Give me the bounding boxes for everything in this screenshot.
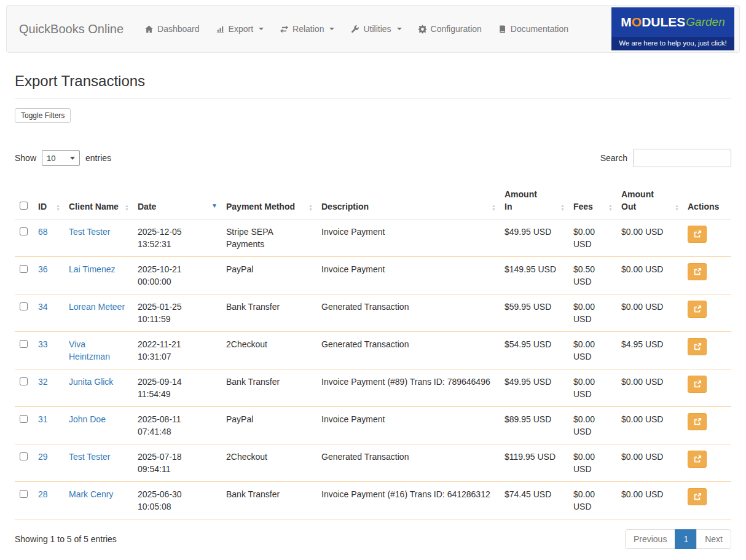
column-header-fees[interactable]: Fees ▲▼ [568, 183, 616, 219]
modulesgarden-wordmark: MODULESGarden [611, 7, 734, 37]
client-name-link[interactable]: Mark Cenry [69, 489, 113, 499]
amount-in-cell: $74.45 USD [500, 482, 568, 519]
export-row-button[interactable] [688, 451, 707, 468]
export-row-button[interactable] [688, 376, 707, 393]
client-name-link[interactable]: Test Tester [69, 452, 110, 462]
column-header-payment-method[interactable]: Payment Method ▲▼ [221, 183, 316, 219]
column-label: ID [38, 202, 47, 211]
column-label: Date [138, 202, 156, 211]
nav-item-export[interactable]: Export [216, 24, 264, 34]
amount-out-cell: $0.00 USD [616, 407, 683, 444]
export-row-button[interactable] [688, 263, 707, 280]
modulesgarden-logo[interactable]: MODULESGarden We are here to help you, j… [611, 7, 734, 50]
logo-tagline: We are here to help you, just click! [611, 37, 734, 50]
row-checkbox[interactable] [20, 452, 28, 460]
export-arrow-icon [693, 305, 702, 314]
row-checkbox[interactable] [20, 265, 28, 273]
column-header-date[interactable]: Date ▼ [133, 183, 221, 219]
client-name-link[interactable]: Lorean Meteer [69, 302, 125, 312]
table-row: 34 Lorean Meteer 2025-01-25 10:11:59 Ban… [15, 294, 731, 332]
row-checkbox[interactable] [20, 415, 28, 423]
table-row: 36 Lai Timenez 2025-10-21 00:00:00 PayPa… [15, 257, 731, 294]
select-all-checkbox[interactable] [20, 202, 28, 210]
payment-method-cell: PayPal [221, 257, 316, 294]
export-arrow-icon [693, 455, 702, 463]
logo-text: M [621, 15, 632, 30]
home-icon [144, 25, 154, 34]
pagination-page-1[interactable]: 1 [675, 529, 697, 549]
description-cell: Invoice Payment (#16) Trans ID: 64128631… [316, 482, 500, 519]
client-name-link[interactable]: Test Tester [69, 227, 110, 237]
date-cell: 2025-01-25 10:11:59 [133, 294, 221, 332]
table-controls: Show 10 entries Search [15, 149, 731, 167]
row-checkbox[interactable] [20, 490, 28, 498]
payment-method-cell: 2Checkout [221, 332, 316, 369]
row-checkbox[interactable] [20, 340, 28, 348]
column-header-amount-in[interactable]: Amount In ▲▼ [500, 183, 568, 219]
client-name-link[interactable]: Lai Timenez [69, 264, 115, 274]
nav-item-relation[interactable]: Relation [280, 24, 334, 34]
transaction-id-link[interactable]: 28 [38, 489, 48, 499]
column-label: Description [321, 202, 369, 211]
row-checkbox[interactable] [20, 377, 28, 385]
amount-in-cell: $54.95 USD [500, 332, 568, 369]
caret-down-icon [397, 28, 402, 30]
nav-item-configuration[interactable]: Configuration [418, 24, 482, 34]
export-arrow-icon [693, 267, 702, 276]
table-row: 33 Viva Heintzman 2022-11-21 10:31:07 2C… [15, 332, 731, 369]
search-input[interactable] [633, 149, 731, 167]
chart-export-icon [216, 25, 225, 34]
page-size-select[interactable]: 10 [42, 150, 80, 166]
export-row-button[interactable] [688, 338, 707, 355]
column-label: Client Name [69, 202, 119, 211]
client-name-link[interactable]: Viva Heintzman [69, 339, 110, 361]
export-row-button[interactable] [688, 413, 707, 430]
export-row-button[interactable] [688, 488, 707, 505]
description-cell: Generated Transaction [316, 332, 500, 369]
transaction-id-link[interactable]: 31 [38, 414, 48, 424]
show-label: Show [15, 153, 36, 163]
main-content: Export Transactions Toggle Filters Show … [0, 73, 746, 549]
transaction-id-link[interactable]: 68 [38, 227, 48, 237]
date-cell: 2025-06-30 10:05:08 [133, 482, 221, 519]
nav-label: Configuration [431, 24, 482, 34]
transaction-id-link[interactable]: 33 [38, 339, 48, 349]
table-footer: Showing 1 to 5 of 5 entries Previous 1 N… [15, 529, 731, 549]
amount-out-cell: $0.00 USD [616, 294, 683, 332]
date-cell: 2022-11-21 10:31:07 [133, 332, 221, 369]
toggle-filters-button[interactable]: Toggle Filters [15, 108, 71, 123]
row-checkbox[interactable] [20, 227, 28, 235]
table-row: 32 Junita Glick 2025-09-14 11:54:49 Bank… [15, 369, 731, 407]
client-name-link[interactable]: Junita Glick [69, 377, 113, 387]
nav-item-dashboard[interactable]: Dashboard [144, 24, 200, 34]
export-row-button[interactable] [688, 301, 707, 318]
transaction-id-link[interactable]: 34 [38, 302, 48, 312]
nav-label: Relation [293, 24, 324, 34]
table-row: 68 Test Tester 2025-12-05 13:52:31 Strip… [15, 219, 731, 257]
column-header-amount-out[interactable]: Amount Out ▲▼ [616, 183, 683, 219]
transaction-id-link[interactable]: 29 [38, 452, 48, 462]
nav-label: Documentation [511, 24, 568, 34]
nav-item-documentation[interactable]: Documentation [498, 24, 568, 34]
transaction-id-link[interactable]: 36 [38, 264, 48, 274]
row-checkbox[interactable] [20, 302, 28, 310]
column-header-client-name[interactable]: Client Name ▲▼ [64, 183, 133, 219]
transaction-id-link[interactable]: 32 [38, 377, 48, 387]
sort-both-icon: ▲▼ [608, 204, 613, 211]
nav-item-utilities[interactable]: Utilities [350, 24, 401, 34]
client-name-link[interactable]: John Doe [69, 414, 106, 424]
column-header-id[interactable]: ID ▲▼ [33, 183, 64, 219]
relation-arrows-icon [280, 25, 289, 34]
amount-in-cell: $89.95 USD [500, 407, 568, 444]
fees-cell: $0.00 USD [568, 482, 616, 519]
transactions-table: ID ▲▼ Client Name ▲▼ Date ▼ Payment Meth… [15, 183, 731, 519]
column-label: Payment Method [226, 202, 295, 211]
pagination-previous[interactable]: Previous [625, 529, 675, 549]
column-header-description[interactable]: Description ▲▼ [316, 183, 500, 219]
sort-both-icon: ▲▼ [492, 204, 496, 211]
pagination-next[interactable]: Next [696, 529, 731, 549]
table-row: 29 Test Tester 2025-07-18 09:54:11 2Chec… [15, 444, 731, 482]
export-row-button[interactable] [688, 226, 707, 243]
payment-method-cell: PayPal [221, 407, 316, 444]
amount-out-cell: $0.00 USD [616, 482, 683, 519]
